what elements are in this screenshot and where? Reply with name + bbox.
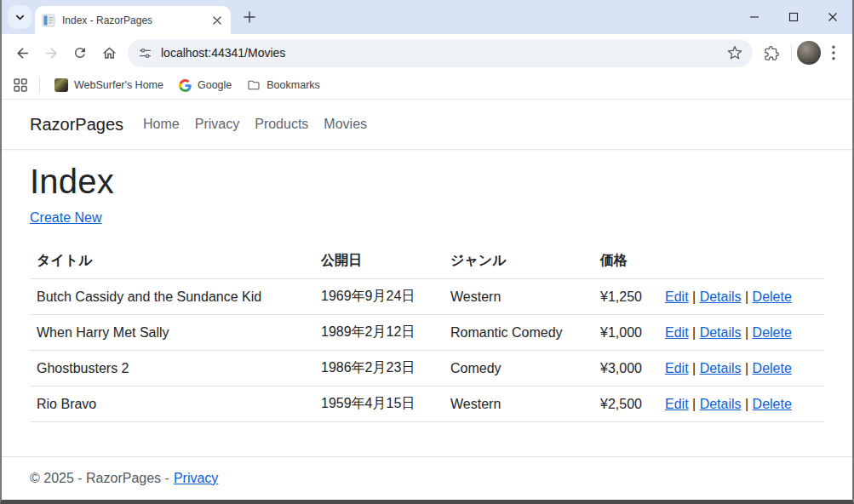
edit-link[interactable]: Edit: [665, 397, 689, 411]
details-link[interactable]: Details: [700, 397, 742, 411]
window-controls: [735, 0, 852, 34]
new-tab-button[interactable]: [238, 6, 261, 28]
details-link[interactable]: Details: [700, 325, 742, 340]
details-link[interactable]: Details: [700, 361, 742, 375]
menu-icon[interactable]: [821, 38, 846, 67]
action-separator: |: [745, 397, 748, 411]
bookmark-folder[interactable]: Bookmarks: [239, 75, 328, 95]
navbar-links: Home Privacy Products Movies: [135, 110, 375, 139]
cell-actions: Edit | Details | Delete: [658, 279, 824, 315]
bookmark-google[interactable]: Google: [171, 76, 239, 95]
edit-link[interactable]: Edit: [665, 361, 689, 375]
delete-link[interactable]: Delete: [753, 361, 792, 375]
refresh-button[interactable]: [66, 38, 95, 67]
home-button[interactable]: [95, 38, 123, 67]
cell-price: ¥1,000: [593, 315, 658, 351]
cell-price: ¥1,250: [593, 279, 658, 315]
toolbar-divider: [791, 45, 792, 60]
cell-actions: Edit | Details | Delete: [658, 387, 824, 422]
header-genre: ジャンル: [444, 243, 593, 279]
bookmark-star-icon[interactable]: [727, 45, 742, 60]
action-separator: |: [745, 289, 748, 304]
cell-release-date: 1989年2月12日: [314, 315, 444, 351]
create-new-link[interactable]: Create New: [30, 210, 101, 226]
header-title: タイトル: [30, 243, 314, 279]
cell-release-date: 1969年9月24日: [314, 279, 444, 315]
action-separator: |: [692, 325, 696, 340]
cell-title: Butch Cassidy and the Sundance Kid: [30, 279, 314, 315]
nav-link-home[interactable]: Home: [135, 110, 187, 139]
table-row: Ghostbusters 2 1986年2月23日 Comedy ¥3,000 …: [30, 351, 824, 387]
cell-title: Rio Bravo: [30, 387, 314, 422]
minimize-button[interactable]: [735, 0, 774, 34]
cell-genre: Western: [444, 387, 593, 422]
page-title: Index: [30, 163, 824, 201]
maximize-button[interactable]: [774, 0, 813, 34]
navbar-brand[interactable]: RazorPages: [30, 115, 123, 135]
nav-link-privacy[interactable]: Privacy: [187, 110, 247, 139]
action-separator: |: [692, 289, 696, 304]
page-content: Index Create New タイトル 公開日 ジャンル 価格 Butch …: [2, 163, 852, 422]
browser-tab[interactable]: Index - RazorPages: [35, 6, 231, 34]
nav-link-products[interactable]: Products: [247, 110, 316, 139]
cell-price: ¥2,500: [593, 387, 658, 422]
browser-toolbar: localhost:44341/Movies: [2, 34, 852, 72]
cell-release-date: 1986年2月23日: [314, 351, 444, 387]
cell-title: When Harry Met Sally: [30, 315, 314, 351]
url-text: localhost:44341/Movies: [161, 46, 727, 60]
action-separator: |: [745, 325, 748, 340]
google-g-icon: [179, 79, 192, 92]
profile-avatar[interactable]: [797, 41, 821, 65]
tab-search-button[interactable]: [8, 5, 32, 29]
table-header-row: タイトル 公開日 ジャンル 価格: [30, 243, 824, 279]
header-actions: [658, 243, 824, 279]
site-info-icon[interactable]: [138, 46, 152, 60]
apps-grid-icon[interactable]: [9, 73, 32, 97]
cell-actions: Edit | Details | Delete: [658, 351, 824, 387]
bookmark-websurfers-home[interactable]: WebSurfer's Home: [47, 75, 171, 95]
address-bar[interactable]: localhost:44341/Movies: [128, 39, 753, 67]
cell-release-date: 1959年4月15日: [314, 387, 444, 422]
edit-link[interactable]: Edit: [665, 289, 689, 304]
edit-link[interactable]: Edit: [665, 325, 689, 340]
cell-price: ¥3,000: [593, 351, 658, 387]
cell-genre: Comedy: [444, 351, 593, 387]
cell-title: Ghostbusters 2: [30, 351, 314, 387]
delete-link[interactable]: Delete: [753, 289, 792, 304]
tab-title: Index - RazorPages: [62, 14, 209, 26]
header-price: 価格: [593, 243, 658, 279]
table-row: Butch Cassidy and the Sundance Kid 1969年…: [30, 279, 824, 315]
tab-close-icon[interactable]: [209, 13, 224, 27]
bookmarks-bar: WebSurfer's Home Google Bookmarks: [2, 72, 852, 100]
bookmarks-divider: [39, 77, 40, 93]
header-release-date: 公開日: [314, 243, 444, 279]
browser-window: Index - RazorPages: [0, 0, 854, 504]
tab-strip: Index - RazorPages: [2, 0, 852, 34]
websurfer-favicon: [54, 78, 68, 92]
folder-icon: [247, 78, 261, 92]
action-separator: |: [692, 361, 696, 375]
action-separator: |: [692, 397, 696, 411]
page-footer: © 2025 - RazorPages - Privacy: [2, 456, 852, 500]
site-navbar: RazorPages Home Privacy Products Movies: [2, 100, 852, 150]
delete-link[interactable]: Delete: [753, 325, 792, 340]
table-row: When Harry Met Sally 1989年2月12日 Romantic…: [30, 315, 824, 351]
back-button[interactable]: [8, 38, 37, 67]
cell-genre: Romantic Comedy: [444, 315, 593, 351]
nav-link-movies[interactable]: Movies: [316, 110, 375, 139]
forward-button[interactable]: [37, 38, 66, 67]
delete-link[interactable]: Delete: [753, 397, 792, 411]
copyright-text: © 2025 - RazorPages -: [30, 471, 169, 486]
table-row: Rio Bravo 1959年4月15日 Western ¥2,500 Edit…: [30, 387, 824, 422]
cell-genre: Western: [444, 279, 593, 315]
action-separator: |: [745, 361, 748, 375]
movies-table: タイトル 公開日 ジャンル 価格 Butch Cassidy and the S…: [30, 243, 824, 422]
chevron-down-icon: [14, 12, 26, 23]
extensions-icon[interactable]: [757, 38, 786, 67]
page-favicon: [42, 14, 55, 27]
close-button[interactable]: [813, 0, 852, 34]
details-link[interactable]: Details: [700, 289, 742, 304]
cell-actions: Edit | Details | Delete: [658, 315, 824, 351]
footer-privacy-link[interactable]: Privacy: [174, 471, 218, 486]
